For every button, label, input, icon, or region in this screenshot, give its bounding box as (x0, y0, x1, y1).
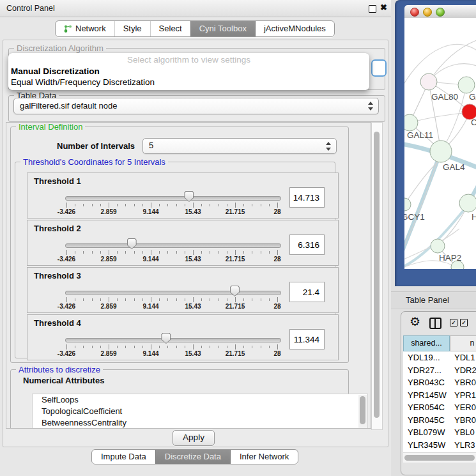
table-horizontal-scrollbar[interactable] (403, 452, 476, 463)
tick-mark (185, 298, 185, 301)
threshold-panel: Threshold 2-3.4262.8599.14415.4321.71528… (27, 220, 339, 266)
tick-mark (142, 298, 143, 301)
network-node-green[interactable] (404, 114, 418, 131)
tab-cyni-toolbox[interactable]: Cyni Toolbox (190, 21, 255, 36)
table-row[interactable]: YBL079WYBL0 (403, 426, 476, 439)
tab-style[interactable]: Style (114, 21, 150, 36)
tick-mark (142, 346, 143, 348)
network-icon (64, 24, 72, 33)
column-header[interactable]: shared... (403, 335, 450, 351)
settings-scrollbar[interactable] (371, 122, 383, 430)
table-data-combobox[interactable]: galFiltered.sif default node (13, 98, 379, 114)
table-scrollbar-thumb[interactable] (404, 455, 475, 461)
tick-mark (243, 346, 244, 348)
attribute-item[interactable]: TopologicalCoefficient (33, 406, 367, 417)
slider-track[interactable] (65, 196, 281, 201)
tick-mark (227, 346, 227, 348)
tab-network[interactable]: Network (56, 21, 114, 36)
tick-label: 21.715 (226, 256, 245, 263)
tick-mark (176, 346, 177, 348)
tick-mark (261, 251, 261, 254)
tick-mark (125, 204, 126, 206)
tick-mark (185, 204, 185, 206)
zoom-traffic-light-icon[interactable] (436, 8, 445, 17)
attributes-group-label: Attributes to discretize (16, 365, 103, 374)
network-node-green[interactable] (458, 77, 475, 93)
threshold-value-field[interactable]: 21.4 (289, 282, 325, 302)
network-node-green[interactable] (404, 198, 411, 211)
tab-label: Select (159, 21, 182, 36)
network-node-green[interactable] (431, 239, 445, 253)
tick-mark (261, 298, 261, 301)
tick-mark (134, 204, 135, 206)
table-panel-title: Table Panel (406, 295, 449, 305)
table-row[interactable]: YBR045CYBR0 (403, 414, 476, 427)
number-of-intervals-combobox[interactable]: 5 (142, 138, 337, 154)
table-row[interactable]: YER054CYER0 (403, 401, 476, 414)
algorithm-option[interactable]: Manual Discretization (8, 66, 369, 77)
threshold-value-field[interactable]: 11.344 (289, 329, 325, 349)
slider-track[interactable] (65, 243, 281, 248)
slider-track[interactable] (65, 338, 281, 342)
split-columns-icon[interactable] (429, 318, 441, 329)
tab-select[interactable]: Select (150, 21, 190, 36)
network-node-green[interactable] (430, 141, 452, 162)
table-row[interactable]: YLR345WYLR3 (403, 439, 476, 452)
thresholds-group: Threshold's Coordinates for 5 Intervals … (15, 162, 335, 358)
tick-mark (66, 250, 67, 255)
attributes-scrollbar-thumb[interactable] (360, 396, 365, 424)
bottom-tab-label: Impute Data (101, 450, 146, 464)
settings-scrollbar-thumb[interactable] (374, 132, 380, 418)
tab-jactivemnodules[interactable]: jActiveMNodules (255, 21, 334, 36)
bottom-tab-bar: Impute DataDiscretize DataInfer Network (91, 449, 298, 464)
checkbox-select-all-icon[interactable]: ✓ (450, 319, 457, 326)
network-nodes (404, 73, 476, 269)
tick-label: 28 (273, 303, 280, 310)
bottom-tab-impute-data[interactable]: Impute Data (92, 450, 155, 464)
float-window-icon[interactable] (369, 5, 376, 13)
tick-mark (219, 204, 219, 206)
tick-mark (159, 346, 160, 348)
network-node-label: GA (469, 92, 476, 102)
checkbox-select-none-icon[interactable]: ✓ (460, 319, 468, 326)
network-node-pink[interactable] (420, 73, 437, 90)
tick-mark (201, 346, 202, 348)
minimize-traffic-light-icon[interactable] (423, 8, 432, 17)
attribute-item[interactable]: SelfLoops (33, 394, 367, 406)
attributes-scrollbar[interactable] (358, 395, 367, 429)
tick-label: 28 (273, 256, 280, 263)
close-icon[interactable]: ✖ (380, 3, 387, 12)
close-traffic-light-icon[interactable] (410, 8, 419, 17)
bottom-tab-discretize-data[interactable]: Discretize Data (155, 450, 230, 464)
network-canvas[interactable]: GAL80GACGAL11GAL4GCY1HHAP2 (404, 18, 476, 269)
table-row[interactable]: YPR145WYPR1 (403, 389, 476, 402)
algorithm-combobox-focus-ring[interactable] (371, 59, 387, 77)
network-node-green[interactable] (459, 194, 476, 212)
tick-mark (252, 298, 252, 301)
table-row[interactable]: YBR043CYBR0 (403, 376, 476, 389)
attribute-item[interactable]: BetweennessCentrality (33, 417, 367, 429)
bottom-tab-infer-network[interactable]: Infer Network (230, 450, 298, 464)
gear-icon[interactable]: ⚙ (410, 316, 420, 328)
apply-button[interactable]: Apply (173, 430, 215, 446)
algorithm-option[interactable]: Equal Width/Frequency Discretization (8, 77, 369, 88)
tick-mark (66, 344, 67, 349)
tick-mark (252, 251, 252, 254)
tick-mark (235, 250, 236, 255)
tick-label: 2.859 (100, 208, 116, 215)
numerical-attributes-list[interactable]: SelfLoopsTopologicalCoefficientBetweenne… (32, 394, 368, 429)
slider-track[interactable] (65, 291, 281, 295)
bottom-tab-label: Infer Network (240, 450, 289, 464)
tick-mark (210, 204, 210, 206)
threshold-value-field[interactable]: 6.316 (289, 234, 325, 255)
tick-label: -3.426 (58, 350, 75, 357)
tick-mark (83, 204, 84, 206)
column-header[interactable]: n (450, 335, 476, 351)
tick-mark (167, 346, 168, 348)
table-cell: YER0 (450, 401, 476, 414)
table-row[interactable]: YDR27...YDR2 (403, 364, 476, 377)
table-data-selected: galFiltered.sif default node (20, 101, 117, 111)
table-row[interactable]: YDL19...YDL1 (403, 351, 476, 364)
settings-viewport: Interval Definition Number of Intervals … (6, 122, 371, 429)
threshold-value-field[interactable]: 14.713 (289, 187, 325, 208)
